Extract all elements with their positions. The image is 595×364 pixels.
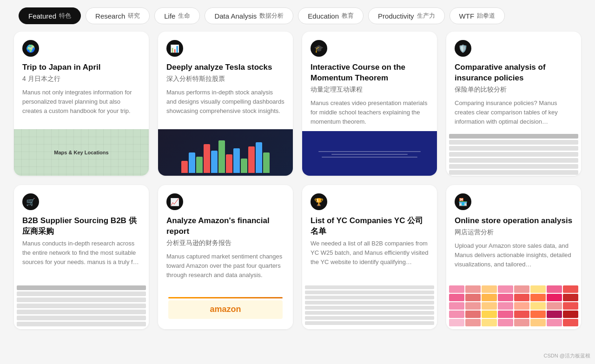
heatmap bbox=[446, 283, 581, 329]
card-card-3[interactable]: 🎓 Interactive Course on the Momentum The… bbox=[302, 32, 437, 176]
heatmap-cell bbox=[530, 302, 546, 310]
heatmap-cell bbox=[482, 294, 497, 301]
nav-pill-featured[interactable]: Featured特色 bbox=[19, 7, 81, 24]
chart-bar bbox=[233, 148, 240, 173]
heatmap-cell bbox=[547, 294, 562, 301]
watermark: CSDN @活力板蓝根 bbox=[544, 352, 590, 359]
card-content: 🏆 List of YC Companies YC 公司名单 We needed… bbox=[302, 185, 437, 283]
card-card-5[interactable]: 🛒 B2B Supplier Sourcing B2B 供应商采购 Manus … bbox=[14, 185, 149, 329]
heatmap-cell bbox=[514, 311, 529, 318]
card-desc: Comparing insurance policies? Manus crea… bbox=[455, 99, 573, 126]
heatmap-cell bbox=[547, 311, 562, 318]
card-content: 📊 Deeply analyze Tesla stocks 深入分析特斯拉股票 … bbox=[158, 32, 293, 129]
chart-bar bbox=[218, 140, 225, 173]
heatmap-cell bbox=[465, 319, 481, 326]
card-desc: Manus captured market sentiment changes … bbox=[166, 252, 284, 280]
card-content: 🛡️ Comparative analysis of insurance pol… bbox=[446, 32, 581, 131]
course-line bbox=[322, 157, 417, 158]
chart-bar bbox=[204, 144, 210, 173]
card-icon: 🌍 bbox=[22, 40, 39, 57]
card-card-8[interactable]: 🏪 Online store operation analysis 网店运营分析… bbox=[446, 185, 581, 329]
card-card-2[interactable]: 📊 Deeply analyze Tesla stocks 深入分析特斯拉股票 … bbox=[158, 32, 293, 176]
card-card-4[interactable]: 🛡️ Comparative analysis of insurance pol… bbox=[446, 32, 581, 176]
chart-bar bbox=[241, 159, 247, 173]
card-desc: Manus creates video presentation materia… bbox=[311, 99, 429, 126]
card-card-6[interactable]: 📈 Analyze Amazon's financial report 分析亚马… bbox=[158, 185, 293, 329]
card-desc: Upload your Amazon store sales data, and… bbox=[455, 241, 573, 269]
card-icon: 🛒 bbox=[22, 193, 39, 210]
table-row-mini bbox=[449, 146, 578, 151]
chart-bar bbox=[196, 157, 203, 173]
amazon-chart: amazon bbox=[158, 285, 293, 329]
yc-list bbox=[302, 283, 437, 329]
yc-row bbox=[305, 321, 434, 325]
table-row-mini bbox=[17, 322, 146, 326]
nav-label-zh: 研究 bbox=[128, 12, 140, 20]
cards-grid: 🌍 Trip to Japan in April 4 月日本之行 Manus n… bbox=[0, 32, 595, 343]
heatmap-cell bbox=[498, 311, 513, 318]
heatmap-cell bbox=[563, 294, 578, 301]
heatmap-cell bbox=[465, 285, 481, 293]
course-line bbox=[331, 154, 408, 155]
nav-label-en: Productivity bbox=[378, 12, 414, 20]
nav-pill-education[interactable]: Education教育 bbox=[298, 7, 364, 24]
heatmap-cell bbox=[449, 319, 464, 326]
nav-label-zh: 跆拳道 bbox=[477, 12, 495, 20]
card-title-zh: 网店运营分析 bbox=[455, 228, 573, 237]
table-placeholder bbox=[446, 131, 581, 176]
card-desc: Manus performs in-depth stock analysis a… bbox=[166, 88, 284, 116]
card-title-en: B2B Supplier Sourcing B2B 供应商采购 bbox=[22, 216, 140, 237]
heatmap-cell bbox=[563, 302, 578, 310]
table-row-mini bbox=[449, 140, 578, 145]
nav-pill-life[interactable]: Life生命 bbox=[154, 7, 200, 24]
card-content: 🌍 Trip to Japan in April 4 月日本之行 Manus n… bbox=[14, 32, 149, 129]
card-title-zh: 深入分析特斯拉股票 bbox=[166, 75, 284, 83]
nav-label-zh: 生产力 bbox=[417, 12, 435, 20]
nav-label-en: Life bbox=[164, 12, 175, 20]
card-title-zh: 动量定理互动课程 bbox=[311, 86, 429, 94]
nav-label-en: Research bbox=[95, 12, 125, 20]
heatmap-cell bbox=[563, 319, 578, 326]
heatmap-cell bbox=[449, 302, 464, 310]
card-title-en: List of YC Companies YC 公司名单 bbox=[311, 216, 429, 237]
table-row-mini bbox=[17, 304, 146, 308]
amazon-label: amazon bbox=[210, 304, 241, 314]
card-card-7[interactable]: 🏆 List of YC Companies YC 公司名单 We needed… bbox=[302, 185, 437, 329]
card-title-en: Analyze Amazon's financial report bbox=[166, 216, 284, 237]
heatmap-cell bbox=[449, 294, 464, 301]
amazon-logo-area: amazon bbox=[168, 300, 283, 319]
heatmap-cell bbox=[514, 302, 529, 310]
yc-row bbox=[305, 291, 434, 294]
nav-pill-wtf[interactable]: WTF跆拳道 bbox=[450, 7, 505, 24]
card-card-1[interactable]: 🌍 Trip to Japan in April 4 月日本之行 Manus n… bbox=[14, 32, 149, 176]
nav-label-zh: 数据分析 bbox=[259, 12, 284, 20]
heatmap-cell bbox=[563, 311, 578, 318]
heatmap-cell bbox=[465, 294, 481, 301]
card-icon: 🏆 bbox=[311, 193, 327, 210]
card-desc: Manus conducts in-depth research across … bbox=[22, 239, 140, 267]
card-image bbox=[446, 131, 581, 176]
card-title-zh: 分析亚马逊的财务报告 bbox=[166, 239, 284, 247]
nav-pill-research[interactable]: Research研究 bbox=[86, 7, 150, 24]
card-image bbox=[302, 131, 437, 176]
heatmap-cell bbox=[530, 319, 546, 326]
nav-label-en: WTF bbox=[459, 12, 474, 20]
heatmap-cell bbox=[465, 311, 481, 318]
yc-row bbox=[305, 296, 434, 299]
mini-chart bbox=[158, 129, 293, 176]
yc-row bbox=[305, 301, 434, 304]
heatmap-cell bbox=[514, 319, 529, 326]
card-title-en: Trip to Japan in April bbox=[22, 62, 140, 73]
card-title-en: Online store operation analysis bbox=[455, 216, 573, 226]
chart-bar bbox=[189, 152, 195, 173]
table-row-mini bbox=[17, 310, 146, 314]
nav-pill-productivity[interactable]: Productivity生产力 bbox=[368, 7, 445, 24]
table-row-mini bbox=[449, 152, 578, 157]
table-row-mini bbox=[17, 298, 146, 302]
chart-bar bbox=[263, 152, 270, 173]
nav-pill-data-analysis[interactable]: Data Analysis数据分析 bbox=[205, 7, 293, 24]
table-row-mini bbox=[17, 285, 146, 290]
nav-label-en: Featured bbox=[28, 12, 56, 20]
heatmap-cell bbox=[482, 319, 497, 326]
heatmap-cell bbox=[498, 302, 513, 310]
